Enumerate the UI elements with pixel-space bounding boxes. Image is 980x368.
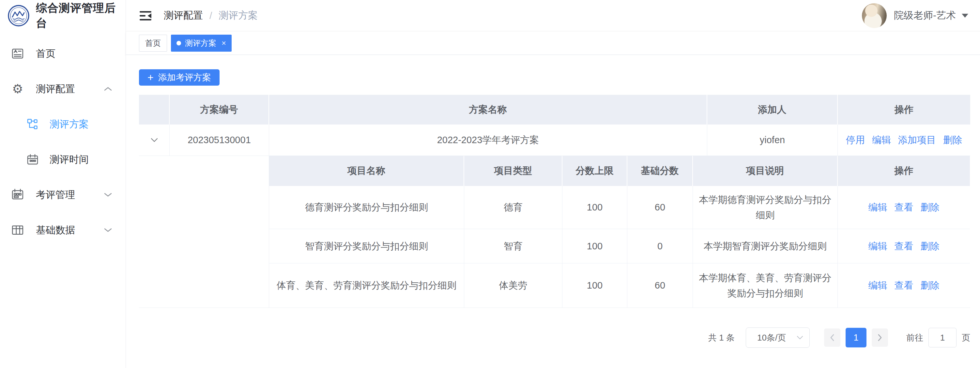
tab-label: 测评方案 <box>185 38 216 48</box>
sub-cell-description: 本学期智育测评分奖励分细则 <box>693 229 838 263</box>
sub-header-description: 项目说明 <box>693 156 838 186</box>
main-area: 测评配置 / 测评方案 院级老师-艺术 首页 测评方案 × + <box>126 0 980 368</box>
schedule-icon <box>10 189 25 201</box>
expanded-row-zone: 项目名称 项目类型 分数上限 基础分数 项目说明 操作 德育测评分奖励分与扣分细… <box>139 156 970 308</box>
sub-header-item-name: 项目名称 <box>269 156 464 186</box>
header-operations: 操作 <box>838 95 970 125</box>
tab-label: 首页 <box>145 38 161 48</box>
next-page-button[interactable] <box>872 328 888 347</box>
sub-table-row: 德育测评分奖励分与扣分细则 德育 100 60 本学期德育测评分奖励分与扣分细则… <box>269 186 970 229</box>
sidebar-item-eval-config[interactable]: ⚙ 测评配置 <box>0 71 126 107</box>
header-plan-id: 方案编号 <box>170 95 269 125</box>
sidebar-item-label: 考评管理 <box>36 188 75 202</box>
edit-link[interactable]: 编辑 <box>869 200 887 215</box>
sub-cell-max-score: 100 <box>562 263 627 307</box>
add-item-link[interactable]: 添加项目 <box>898 134 936 147</box>
page-size-select[interactable]: 10条/页 <box>746 328 810 348</box>
sidebar-item-eval-time[interactable]: 测评时间 <box>0 142 126 177</box>
view-link[interactable]: 查看 <box>894 200 913 215</box>
close-icon[interactable]: × <box>221 39 226 47</box>
sub-cell-item-name: 体育、美育、劳育测评分奖励分与扣分细则 <box>269 263 464 307</box>
delete-link[interactable]: 删除 <box>943 134 962 147</box>
goto-page-input[interactable] <box>929 328 956 347</box>
caret-down-icon <box>962 14 968 18</box>
delete-link[interactable]: 删除 <box>921 278 940 293</box>
page-content: + 添加考评方案 方案编号 方案名称 添加人 操作 20230513 <box>126 55 980 368</box>
tags-view-bar: 首页 测评方案 × <box>126 31 980 55</box>
sidebar-item-assessment-mgmt[interactable]: 考评管理 <box>0 177 126 213</box>
calendar-icon <box>25 154 40 165</box>
sidebar-item-home[interactable]: 首页 <box>0 36 126 71</box>
university-logo-icon <box>8 5 29 26</box>
cell-plan-id: 202305130001 <box>170 125 269 155</box>
total-count: 共 1 条 <box>708 332 735 344</box>
sub-cell-max-score: 100 <box>562 229 627 263</box>
app-title: 综合测评管理后台 <box>36 1 126 31</box>
add-plan-button[interactable]: + 添加考评方案 <box>139 69 220 86</box>
sidebar-item-base-data[interactable]: 基础数据 <box>0 213 126 248</box>
edit-link[interactable]: 编辑 <box>872 134 891 147</box>
sidebar-item-label: 首页 <box>36 47 56 61</box>
disable-link[interactable]: 停用 <box>846 134 865 147</box>
tree-icon <box>25 118 40 130</box>
sub-cell-operations: 编辑 查看 删除 <box>838 186 970 229</box>
sidebar-item-label: 测评时间 <box>49 153 89 166</box>
current-page-button[interactable]: 1 <box>846 328 867 347</box>
sidebar-item-label: 基础数据 <box>36 224 75 237</box>
expanded-spacer <box>139 156 269 307</box>
prev-page-button[interactable] <box>824 328 840 347</box>
sub-cell-description: 本学期德育测评分奖励分与扣分细则 <box>693 186 838 229</box>
tab-eval-plan[interactable]: 测评方案 × <box>171 35 232 52</box>
user-name: 院级老师-艺术 <box>894 9 956 22</box>
app-root: 综合测评管理后台 首页 ⚙ 测评配置 <box>0 0 980 368</box>
sub-cell-description: 本学期体育、美育、劳育测评分奖励分与扣分细则 <box>693 263 838 307</box>
gear-icon: ⚙ <box>10 83 25 95</box>
edit-link[interactable]: 编辑 <box>869 278 887 293</box>
chevron-down-icon <box>103 227 113 233</box>
sub-header-operations: 操作 <box>838 156 970 186</box>
sub-table-header-row: 项目名称 项目类型 分数上限 基础分数 项目说明 操作 <box>269 156 970 186</box>
topbar: 测评配置 / 测评方案 院级老师-艺术 <box>126 0 980 31</box>
sub-cell-item-name: 德育测评分奖励分与扣分细则 <box>269 186 464 229</box>
chevron-down-icon <box>103 192 113 197</box>
sub-table-row: 智育测评分奖励分与扣分细则 智育 100 0 本学期智育测评分奖励分细则 编辑 … <box>269 229 970 263</box>
sidebar-item-label: 测评方案 <box>49 118 89 131</box>
row-expand-toggle[interactable] <box>139 125 170 155</box>
sub-table-row: 体育、美育、劳育测评分奖励分与扣分细则 体美劳 100 60 本学期体育、美育、… <box>269 263 970 307</box>
view-link[interactable]: 查看 <box>894 238 913 254</box>
edit-link[interactable]: 编辑 <box>869 238 887 254</box>
sub-cell-item-type: 德育 <box>464 186 562 229</box>
breadcrumb-separator: / <box>210 10 212 21</box>
view-link[interactable]: 查看 <box>894 278 913 293</box>
sub-cell-item-type: 智育 <box>464 229 562 263</box>
tab-home[interactable]: 首页 <box>139 35 167 52</box>
header-added-by: 添加人 <box>707 95 838 125</box>
goto-page-group: 前往 页 <box>906 328 970 347</box>
sub-cell-max-score: 100 <box>562 186 627 229</box>
plan-table: 方案编号 方案名称 添加人 操作 202305130001 2022-2023学… <box>139 95 970 308</box>
chevron-right-icon <box>877 333 883 342</box>
user-menu[interactable]: 院级老师-艺术 <box>862 3 968 28</box>
sub-cell-base-score: 0 <box>627 229 693 263</box>
sub-header-item-type: 项目类型 <box>464 156 562 186</box>
avatar[interactable] <box>862 3 887 28</box>
breadcrumb-section[interactable]: 测评配置 <box>164 9 203 22</box>
sub-cell-base-score: 60 <box>627 186 693 229</box>
sidebar-item-eval-plan[interactable]: 测评方案 <box>0 107 126 142</box>
breadcrumb: 测评配置 / 测评方案 <box>164 9 258 22</box>
sub-header-base-score: 基础分数 <box>627 156 693 186</box>
delete-link[interactable]: 删除 <box>921 200 940 215</box>
items-sub-table: 项目名称 项目类型 分数上限 基础分数 项目说明 操作 德育测评分奖励分与扣分细… <box>269 156 970 307</box>
goto-label: 前往 <box>906 332 923 344</box>
goto-suffix: 页 <box>962 332 970 344</box>
delete-link[interactable]: 删除 <box>921 238 940 254</box>
chevron-up-icon <box>103 86 113 91</box>
cell-operations: 停用 编辑 添加项目 删除 <box>838 125 970 155</box>
sub-cell-base-score: 60 <box>627 263 693 307</box>
sidebar-nav: 首页 ⚙ 测评配置 测评 <box>0 31 126 248</box>
table-grid-icon <box>10 224 25 236</box>
cell-added-by: yiofen <box>707 125 838 155</box>
menu-fold-icon[interactable] <box>139 10 152 21</box>
active-dot-icon <box>177 41 181 45</box>
sub-cell-operations: 编辑 查看 删除 <box>838 263 970 307</box>
